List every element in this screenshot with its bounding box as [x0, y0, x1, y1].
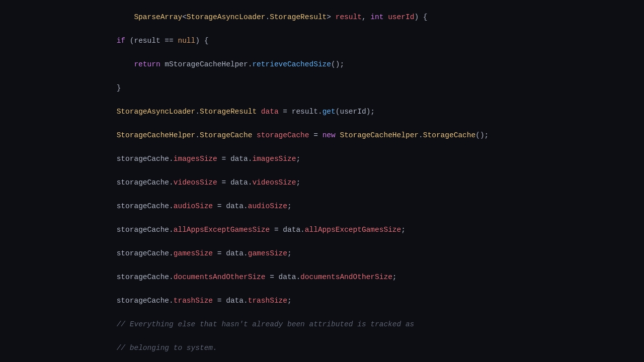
code-line: storageCache.documentsAndOtherSize = dat… — [0, 272, 644, 283]
code-line: return mStorageCacheHelper.retrieveCache… — [0, 59, 644, 70]
code-line: storageCache.videosSize = data.videosSiz… — [0, 177, 644, 189]
code-line: // belonging to system. — [0, 342, 644, 354]
code-editor[interactable]: SparseArray<StorageAsyncLoader.StorageRe… — [0, 0, 644, 362]
code-line: if (result == null) { — [0, 35, 644, 47]
code-line: SparseArray<StorageAsyncLoader.StorageRe… — [0, 12, 644, 23]
code-line: storageCache.audioSize = data.audioSize; — [0, 201, 644, 212]
code-line: storageCache.allAppsExceptGamesSize = da… — [0, 224, 644, 236]
code-line: } — [0, 82, 644, 94]
code-line: StorageCacheHelper.StorageCache storageC… — [0, 130, 644, 141]
code-line: storageCache.imagesSize = data.imagesSiz… — [0, 153, 644, 165]
code-line: // Everything else that hasn't already b… — [0, 319, 644, 330]
code-line: storageCache.gamesSize = data.gamesSize; — [0, 248, 644, 259]
code-line: StorageAsyncLoader.StorageResult data = … — [0, 106, 644, 118]
code-line: storageCache.trashSize = data.trashSize; — [0, 295, 644, 307]
